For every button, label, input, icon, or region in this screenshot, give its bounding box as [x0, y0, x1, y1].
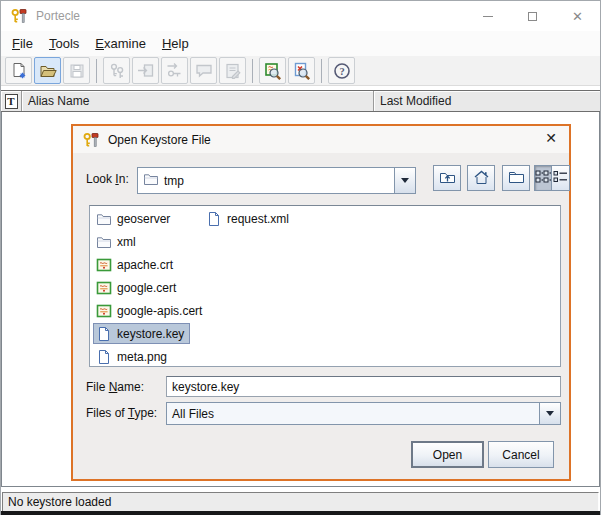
set-password-icon — [195, 62, 213, 80]
cancel-button[interactable]: Cancel — [488, 441, 554, 468]
file-item-keystore.key[interactable]: keystore.key — [93, 323, 190, 344]
files-of-type-value: All Files — [167, 403, 539, 424]
sign-csr-icon — [224, 62, 242, 80]
look-in-value-text: tmp — [164, 174, 184, 188]
files-of-type-combobox[interactable]: All Files — [166, 402, 561, 425]
window-bottom-edge — [1, 511, 600, 515]
certificate-icon — [96, 257, 112, 273]
file-item-label: meta.png — [117, 350, 167, 364]
menu-tools[interactable]: Tools — [41, 34, 87, 53]
list-view-toggle[interactable] — [552, 165, 570, 191]
generate-keypair-icon — [108, 62, 126, 80]
up-one-level-button[interactable] — [433, 165, 461, 191]
files-of-type-label: Files of Type: — [86, 406, 157, 420]
status-text: No keystore loaded — [8, 495, 111, 509]
file-item-apache.crt[interactable]: apache.crt — [93, 254, 179, 275]
file-item-label: request.xml — [227, 212, 289, 226]
file-item-label: keystore.key — [117, 327, 184, 341]
toolbar-separator — [252, 59, 253, 83]
file-name-input[interactable]: keystore.key — [166, 376, 561, 397]
import-keypair-button — [161, 57, 188, 84]
open-keystore-dialog: Open Keystore File ✕ Look In: tmp — [71, 124, 571, 481]
menu-file[interactable]: File — [4, 34, 41, 53]
help-icon: ? — [333, 62, 351, 80]
column-header-last-modified[interactable]: Last Modified — [374, 91, 600, 111]
certificate-icon — [96, 280, 112, 296]
home-icon — [473, 169, 490, 188]
file-item-request.xml[interactable]: request.xml — [203, 208, 295, 229]
file-item-geoserver[interactable]: geoserver — [93, 208, 176, 229]
look-in-combobox[interactable]: tmp — [137, 167, 416, 194]
toolbar-separator — [96, 59, 97, 83]
close-button[interactable]: ✕ — [555, 1, 600, 31]
create-new-folder-button[interactable] — [502, 165, 530, 191]
file-name-label: File Name: — [86, 380, 144, 394]
up-folder-icon — [439, 169, 456, 188]
set-password-button — [190, 57, 217, 84]
maximize-icon — [528, 12, 537, 21]
home-button[interactable] — [467, 165, 495, 191]
file-item-label: google-apis.cert — [117, 304, 202, 318]
open-keystore-icon — [39, 62, 57, 80]
keystore-table-header: T Alias Name Last Modified — [1, 90, 600, 112]
file-icon — [96, 326, 112, 342]
portecle-app-icon — [11, 8, 27, 24]
list-view-icon — [553, 170, 569, 187]
examine-certificate-icon — [264, 62, 282, 80]
certificate-icon — [96, 303, 112, 319]
import-trusted-cert-icon — [137, 62, 155, 80]
file-item-xml[interactable]: xml — [93, 231, 142, 252]
files-of-type-dropdown-button[interactable] — [539, 403, 560, 424]
grid-view-toggle[interactable] — [534, 165, 552, 191]
menu-help[interactable]: Help — [154, 34, 197, 53]
examine-crl-button[interactable] — [288, 57, 315, 84]
folder-icon — [143, 171, 159, 190]
dialog-app-icon — [83, 132, 99, 148]
file-name-value: keystore.key — [172, 380, 239, 394]
file-list: geoserverxmlapache.crtgoogle.certgoogle-… — [89, 205, 561, 367]
generate-keypair-button — [103, 57, 130, 84]
look-in-label: Look In: — [86, 172, 129, 186]
close-icon: ✕ — [572, 10, 583, 23]
column-header-alias-name[interactable]: Alias Name — [22, 91, 374, 111]
import-keypair-icon — [166, 62, 184, 80]
toolbar-separator — [321, 59, 322, 83]
grid-view-icon — [535, 170, 551, 187]
save-keystore-icon — [68, 62, 86, 80]
dialog-close-icon[interactable]: ✕ — [545, 131, 557, 145]
type-column-icon: T — [5, 94, 18, 109]
file-item-label: geoserver — [117, 212, 170, 226]
open-button[interactable]: Open — [411, 441, 484, 468]
column-header-type[interactable]: T — [1, 91, 22, 111]
look-in-dropdown-button[interactable] — [394, 168, 415, 193]
file-item-google.cert[interactable]: google.cert — [93, 277, 182, 298]
folder-icon — [96, 211, 112, 227]
help-button[interactable]: ? — [328, 57, 355, 84]
file-item-label: xml — [117, 235, 136, 249]
file-item-label: apache.crt — [117, 258, 173, 272]
new-keystore-button[interactable] — [5, 57, 32, 84]
minimize-button[interactable] — [465, 1, 510, 31]
toolbar: ? — [1, 56, 600, 86]
new-folder-icon — [508, 169, 525, 188]
file-item-label: google.cert — [117, 281, 176, 295]
examine-certificate-button[interactable] — [259, 57, 286, 84]
menu-examine[interactable]: Examine — [87, 34, 154, 53]
import-trusted-cert-button — [132, 57, 159, 84]
dialog-titlebar: Open Keystore File ✕ — [73, 126, 569, 153]
chevron-down-icon — [401, 178, 409, 183]
maximize-button[interactable] — [510, 1, 555, 31]
open-keystore-button[interactable] — [34, 57, 61, 84]
save-keystore-button — [63, 57, 90, 84]
file-item-meta.png[interactable]: meta.png — [93, 346, 173, 367]
dialog-body: Look In: tmp — [73, 153, 569, 479]
view-toggle-group — [534, 165, 570, 191]
file-item-google-apis.cert[interactable]: google-apis.cert — [93, 300, 208, 321]
status-bar: No keystore loaded — [2, 492, 599, 512]
chevron-down-icon — [546, 411, 554, 416]
dialog-title: Open Keystore File — [108, 133, 211, 147]
window-title: Portecle — [36, 9, 80, 23]
files-of-type-value-text: All Files — [172, 407, 214, 421]
examine-crl-icon — [293, 62, 311, 80]
look-in-value: tmp — [138, 168, 394, 193]
